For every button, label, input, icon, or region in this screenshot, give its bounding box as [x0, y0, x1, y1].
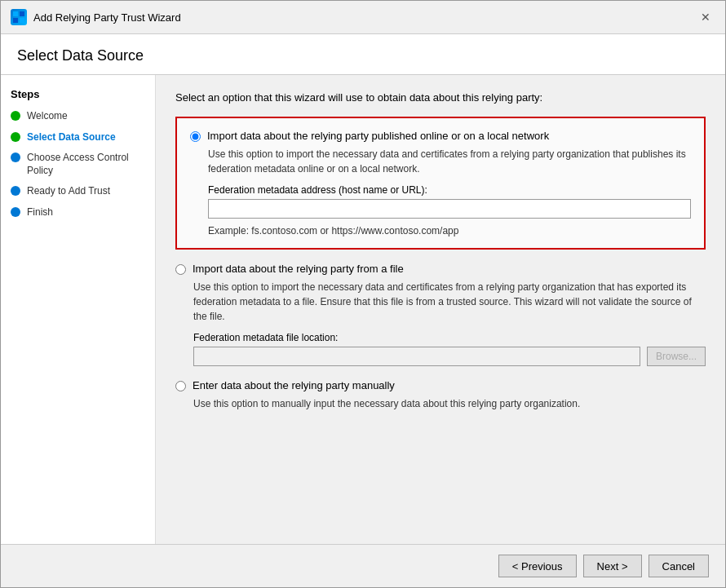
next-button[interactable]: Next >	[583, 555, 642, 577]
option2-label[interactable]: Import data about the relying party from…	[193, 263, 404, 275]
step-dot-select	[11, 132, 20, 142]
content-area: Steps Welcome Select Data Source Choose …	[1, 75, 725, 544]
option3-box: Enter data about the relying party manua…	[175, 379, 706, 411]
main-panel: Select an option that this wizard will u…	[156, 75, 725, 544]
option1-label[interactable]: Import data about the relying party publ…	[207, 130, 549, 142]
option1-example: Example: fs.contoso.com or https://www.c…	[208, 225, 691, 237]
svg-rect-2	[13, 18, 18, 23]
option1-radio-row: Import data about the relying party publ…	[190, 130, 691, 142]
svg-rect-0	[13, 11, 18, 16]
footer: < Previous Next > Cancel	[1, 544, 725, 587]
window-title: Add Relying Party Trust Wizard	[33, 11, 181, 24]
step-dot-ready	[11, 186, 20, 196]
option3-radio-row: Enter data about the relying party manua…	[175, 379, 706, 391]
page-header: Select Data Source	[1, 34, 725, 75]
svg-rect-3	[20, 18, 24, 23]
option2-field-label: Federation metadata file location:	[193, 332, 706, 343]
step-dot-finish	[11, 207, 20, 217]
step-label-access: Choose Access Control Policy	[27, 152, 145, 177]
option1-box: Import data about the relying party publ…	[175, 117, 706, 250]
option3-radio[interactable]	[175, 381, 186, 391]
page-title: Select Data Source	[17, 47, 709, 64]
step-label-select: Select Data Source	[27, 131, 116, 144]
option2-radio[interactable]	[175, 264, 186, 275]
cancel-button[interactable]: Cancel	[649, 555, 709, 577]
title-bar: Add Relying Party Trust Wizard ✕	[1, 1, 725, 34]
wizard-window: Add Relying Party Trust Wizard ✕ Select …	[0, 0, 726, 588]
step-label-finish: Finish	[27, 206, 53, 219]
steps-heading: Steps	[11, 88, 145, 100]
title-bar-left: Add Relying Party Trust Wizard	[11, 9, 181, 25]
step-label-ready: Ready to Add Trust	[27, 185, 110, 198]
app-icon	[11, 9, 27, 25]
previous-button[interactable]: < Previous	[498, 555, 577, 577]
sidebar-item-welcome: Welcome	[11, 110, 145, 123]
svg-rect-1	[20, 11, 24, 16]
sidebar: Steps Welcome Select Data Source Choose …	[1, 75, 156, 544]
federation-metadata-address-input[interactable]	[208, 199, 691, 219]
option3-label[interactable]: Enter data about the relying party manua…	[193, 379, 395, 391]
option2-browse-row: Browse...	[193, 347, 706, 366]
step-label-welcome: Welcome	[27, 110, 68, 123]
option2-description: Use this option to import the necessary …	[193, 280, 706, 324]
option1-radio[interactable]	[190, 131, 201, 142]
sidebar-item-finish: Finish	[11, 206, 145, 219]
browse-button[interactable]: Browse...	[647, 347, 706, 366]
federation-metadata-file-input[interactable]	[193, 347, 640, 366]
option2-box: Import data about the relying party from…	[175, 263, 706, 366]
sidebar-item-ready: Ready to Add Trust	[11, 185, 145, 198]
option3-description: Use this option to manually input the ne…	[193, 396, 706, 411]
step-dot-welcome	[11, 111, 20, 121]
option1-description: Use this option to import the necessary …	[208, 147, 691, 176]
close-button[interactable]: ✕	[696, 7, 715, 27]
sidebar-item-select-data-source: Select Data Source	[11, 131, 145, 144]
option1-field-label: Federation metadata address (host name o…	[208, 184, 691, 196]
main-description: Select an option that this wizard will u…	[175, 91, 706, 104]
sidebar-item-choose-access: Choose Access Control Policy	[11, 152, 145, 177]
step-dot-access	[11, 153, 20, 162]
option2-radio-row: Import data about the relying party from…	[175, 263, 706, 275]
